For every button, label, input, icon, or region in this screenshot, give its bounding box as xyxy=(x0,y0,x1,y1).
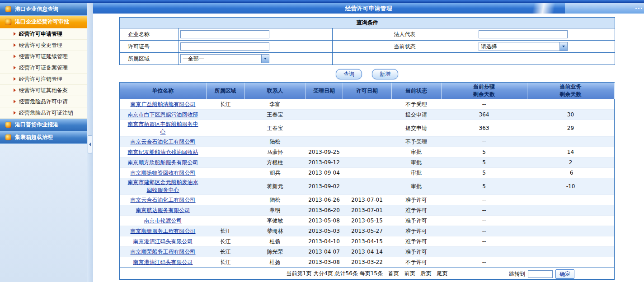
sidebar-item-port-cargo-report[interactable]: 港口普货作业报港 xyxy=(0,119,87,131)
table-cell: -- xyxy=(441,137,527,147)
prev-page-link[interactable]: 前页 xyxy=(404,270,415,277)
first-page-link[interactable]: 首页 xyxy=(388,270,399,277)
sidebar-item-container-overload-control[interactable]: 集装箱超载治理 xyxy=(0,131,87,144)
sidebar-item-dangerous-goods-license-cancel[interactable]: 经营危险品许可证注销 xyxy=(0,107,87,119)
table-cell xyxy=(343,99,391,110)
arrow-bullet-icon xyxy=(14,55,16,58)
search-button[interactable]: 查询 xyxy=(336,69,362,79)
table-cell: 审批 xyxy=(391,157,441,168)
company-link[interactable]: 南京云合石油化工有限公司 xyxy=(131,197,196,203)
table-cell: 5 xyxy=(441,168,527,178)
table-cell: -- xyxy=(441,205,527,216)
table-cell xyxy=(527,137,614,147)
table-cell: 长江 xyxy=(206,236,244,247)
table-cell xyxy=(306,137,343,147)
table-cell: 2 xyxy=(527,157,614,168)
company-link[interactable]: 南京港清江码头有限公司 xyxy=(133,259,193,265)
next-page-link[interactable]: 后页 xyxy=(420,270,431,277)
sidebar-item-license-other-filing[interactable]: 经营许可证其他备案 xyxy=(0,85,87,96)
table-cell: -10 xyxy=(527,178,614,195)
company-link[interactable]: 南京航达服务有限公司 xyxy=(136,207,190,213)
table-row: 南京港清江码头有限公司长江杜扬2013-03-082013-03-22不予许可-… xyxy=(120,257,614,268)
title-swoosh-decoration xyxy=(518,3,568,14)
company-name-cell: 南京纪发船舶清仓残油回收站 xyxy=(120,147,206,157)
dropdown-arrow-icon xyxy=(261,55,269,63)
sidebar-item-license-renewal-mgmt[interactable]: 经营许可证延续管理 xyxy=(0,51,87,62)
legal-rep-input[interactable] xyxy=(479,30,568,38)
company-link[interactable]: 南京市白下区恩赐污油回收部 xyxy=(128,111,198,118)
table-row: 南京云合石油化工有限公司陆松不予受理-- xyxy=(120,137,614,147)
region-select-value: —全部— xyxy=(181,55,261,63)
table-cell: 方根柱 xyxy=(244,157,306,168)
table-cell: 30 xyxy=(527,110,614,120)
sidebar-collapse-handle[interactable] xyxy=(88,135,92,153)
add-button[interactable]: 新增 xyxy=(372,69,398,79)
table-cell xyxy=(206,157,244,168)
table-cell: 柴珊林 xyxy=(244,226,306,236)
status-select[interactable]: 请选择 xyxy=(479,42,568,51)
company-link[interactable]: 南京市建邺区金元船舶废油水回收服务中心 xyxy=(128,179,198,193)
region-select[interactable]: —全部— xyxy=(180,54,269,63)
menu-star-icon xyxy=(5,122,11,128)
last-page-link[interactable]: 尾页 xyxy=(437,270,447,277)
company-name-cell: 南京市轮渡公司 xyxy=(120,216,206,226)
table-cell xyxy=(343,147,391,157)
arrow-bullet-icon xyxy=(14,100,16,103)
sidebar-item-license-apply-mgmt[interactable]: 经营许可申请管理 xyxy=(0,28,87,40)
table-cell xyxy=(527,99,614,110)
sidebar-item-dangerous-goods-license-apply[interactable]: 经营危险品许可申请 xyxy=(0,96,87,107)
table-cell: 准予许可 xyxy=(391,195,441,205)
table-cell xyxy=(527,257,614,268)
page-title-bar: 经营许可申请管理 xyxy=(93,3,644,14)
table-cell xyxy=(206,216,244,226)
table-cell xyxy=(206,110,244,120)
company-name-cell: 南京顺方欣船舶服务有限公司 xyxy=(120,157,206,168)
company-link[interactable]: 南京顺扬物资回收有限公司 xyxy=(131,170,196,176)
table-row: 南京顺荣船务工程有限公司长江陈光荣2013-04-072013-04-14准予许… xyxy=(120,247,614,257)
main-area: 经营许可申请管理 查询条件 企业名称 法人代表 xyxy=(93,3,644,282)
column-header: 所属区域 xyxy=(206,83,244,99)
table-cell xyxy=(343,178,391,195)
company-link[interactable]: 南京纪发船舶清仓残油回收站 xyxy=(128,149,198,155)
sidebar-item-license-change-mgmt[interactable]: 经营许可变更管理 xyxy=(0,40,87,51)
table-cell: 2013-04-14 xyxy=(343,247,391,257)
sidebar-item-label: 港口企业经营许可审批 xyxy=(15,18,69,26)
table-cell: 2013-09-04 xyxy=(306,168,343,178)
arrow-bullet-icon xyxy=(14,88,16,92)
table-cell: 章明 xyxy=(244,205,306,216)
company-link[interactable]: 南京顺方欣船舶服务有限公司 xyxy=(128,159,198,166)
company-name-cell: 南京市栖霞区丰辉船舶服务中心 xyxy=(120,120,206,137)
table-row: 南京纪发船舶清仓残油回收站马蒙怀2013-09-25审批514 xyxy=(120,147,614,157)
table-cell: -- xyxy=(441,195,527,205)
sidebar-item-license-filing-mgmt[interactable]: 经营许可证备案管理 xyxy=(0,62,87,74)
status-label: 当前状态 xyxy=(333,41,477,53)
confirm-button[interactable]: 确定 xyxy=(555,269,574,279)
license-no-input[interactable] xyxy=(180,42,269,51)
table-cell xyxy=(206,147,244,157)
company-link[interactable]: 南京市轮渡公司 xyxy=(144,217,182,224)
company-link[interactable]: 南京顺荣船务工程有限公司 xyxy=(131,249,196,255)
table-cell: 363 xyxy=(441,120,527,137)
result-table: 单位名称所属区域联系人受理日期许可日期当前状态当前步骤剩余天数当前业务剩余天数 … xyxy=(120,83,615,268)
sidebar-item-port-company-license-approval[interactable]: 港口企业经营许可审批 xyxy=(0,16,87,28)
table-cell: 陆松 xyxy=(244,137,306,147)
table-row: 南京市白下区恩赐污油回收部王春宝提交申请36430 xyxy=(120,110,614,120)
region-label: 所属区域 xyxy=(120,53,179,65)
company-link[interactable]: 南京云合石油化工有限公司 xyxy=(131,139,196,145)
table-cell: 5 xyxy=(441,157,527,168)
company-link[interactable]: 南京港清江码头有限公司 xyxy=(133,238,193,245)
company-link[interactable]: 南京市栖霞区丰辉船舶服务中心 xyxy=(128,121,198,135)
status-select-value: 请选择 xyxy=(479,43,559,51)
jump-page-input[interactable] xyxy=(528,270,553,278)
company-name-input[interactable] xyxy=(180,30,269,38)
sidebar-item-port-company-info-query[interactable]: 港口企业信息查询 xyxy=(0,3,87,16)
sidebar-item-label: 经营许可申请管理 xyxy=(19,30,62,38)
legal-rep-label: 法人代表 xyxy=(333,28,477,41)
table-cell: 准予许可 xyxy=(391,226,441,236)
sidebar-item-license-cancel-mgmt[interactable]: 经营许可注销管理 xyxy=(0,74,87,85)
company-link[interactable]: 南京顺珊服务工程有限公司 xyxy=(131,228,196,234)
table-cell: 马蒙怀 xyxy=(244,147,306,157)
page-jump-group: 跳转到 确定 xyxy=(509,268,574,280)
table-cell: 2013-03-22 xyxy=(343,257,391,268)
company-link[interactable]: 南京广益船舶清舱有限公司 xyxy=(131,101,196,107)
